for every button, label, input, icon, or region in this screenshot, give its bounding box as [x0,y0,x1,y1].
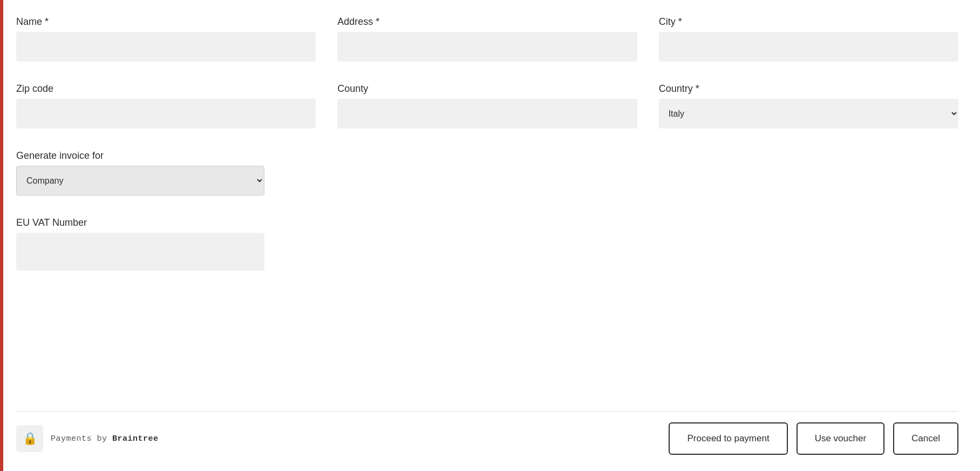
county-label: County [337,83,637,95]
vat-input[interactable] [16,233,264,271]
proceed-to-payment-button[interactable]: Proceed to payment [669,422,787,455]
braintree-text: Payments by Braintree [51,434,159,443]
zipcode-group: Zip code [16,83,316,129]
name-input[interactable] [16,32,316,62]
city-label: City * [659,16,958,28]
name-label: Name * [16,16,316,28]
city-group: City * [659,16,958,62]
county-group: County [337,83,637,129]
address-group: Address * [337,16,637,62]
invoice-select[interactable]: Company Individual [16,166,264,196]
red-accent-bar [0,0,3,471]
lock-icon-wrapper: 🔒 [16,425,43,452]
form-row-3: Generate invoice for Company Individual [16,150,958,196]
form-row-4: EU VAT Number [16,217,958,271]
use-voucher-button[interactable]: Use voucher [797,422,884,455]
billing-form: Name * Address * City * Zip code County [16,16,958,400]
zipcode-input[interactable] [16,99,316,129]
braintree-brand: Braintree [112,434,159,443]
footer-buttons: Proceed to payment Use voucher Cancel [669,422,958,455]
cancel-button[interactable]: Cancel [893,422,958,455]
vat-label: EU VAT Number [16,217,264,228]
county-input[interactable] [337,99,637,129]
country-group: Country * Italy France Germany Spain Uni… [659,83,958,129]
address-input[interactable] [337,32,637,62]
form-row-1: Name * Address * City * [16,16,958,62]
invoice-group: Generate invoice for Company Individual [16,150,264,196]
form-row-2: Zip code County Country * Italy France G… [16,83,958,129]
braintree-badge: 🔒 Payments by Braintree [16,425,159,452]
footer: 🔒 Payments by Braintree Proceed to payme… [16,411,958,460]
page-container: Name * Address * City * Zip code County [0,0,980,471]
braintree-prefix: Payments by [51,434,112,443]
city-input[interactable] [659,32,958,62]
name-group: Name * [16,16,316,62]
vat-group: EU VAT Number [16,217,264,271]
country-select[interactable]: Italy France Germany Spain United Kingdo… [659,99,958,129]
invoice-label: Generate invoice for [16,150,264,162]
country-label: Country * [659,83,958,95]
lock-icon: 🔒 [23,432,37,446]
address-label: Address * [337,16,637,28]
zipcode-label: Zip code [16,83,316,95]
